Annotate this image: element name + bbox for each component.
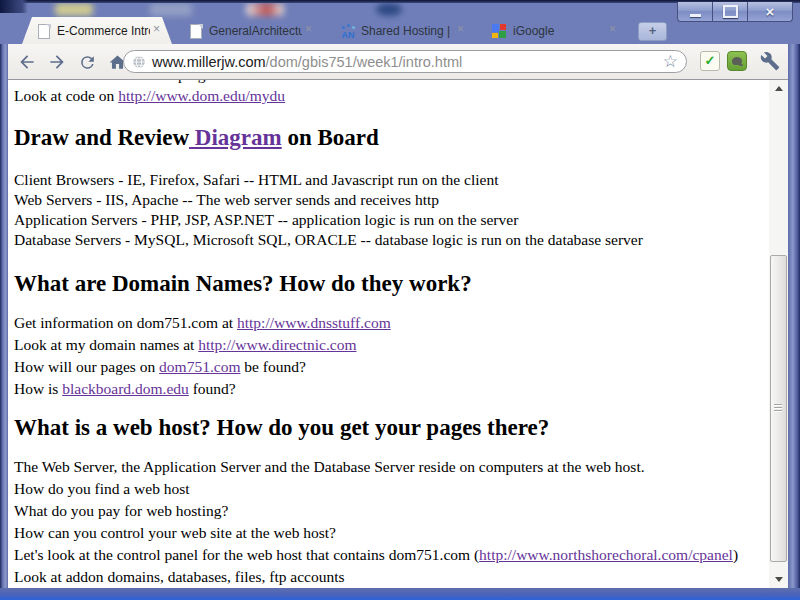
text-line: How do you find a web host [14, 478, 769, 500]
window-frame-left [0, 44, 8, 600]
reload-icon [78, 53, 97, 72]
text-line: Let's look at the control panel for the … [14, 544, 769, 566]
page-content: p g Look at code on http://www.dom.edu/m… [8, 80, 769, 588]
text-run: How can you control your web site at the… [14, 524, 336, 541]
text-run: How do you find a web host [14, 480, 190, 497]
text-run: Database Servers - MySQL, Microsoft SQL,… [14, 231, 643, 248]
text-run: The Web Server, the Application Server a… [14, 458, 645, 475]
tab-strip: E-Commerce Intro... × GeneralArchitectur… [8, 17, 788, 44]
tab-general-architecture[interactable]: GeneralArchitectur... × [174, 17, 324, 44]
paragraph: Get information on dom751.com at http://… [14, 312, 769, 400]
tab-ecommerce-intro[interactable]: E-Commerce Intro... × [22, 17, 172, 44]
glass-reflection [150, 3, 192, 16]
window-frame-right [788, 44, 800, 600]
url-host: www.millerjw.com [152, 54, 266, 70]
text-line: Database Servers - MySQL, Microsoft SQL,… [14, 230, 769, 250]
bookmark-star-icon[interactable]: ☆ [663, 53, 678, 70]
igoogle-icon [492, 24, 508, 38]
tab-close-icon[interactable]: × [606, 23, 619, 36]
globe-icon [132, 55, 146, 69]
content-link[interactable]: http://www.directnic.com [198, 336, 356, 353]
text-run: Get information on dom751.com at [14, 314, 237, 331]
tab-label: GeneralArchitectur... [209, 24, 302, 38]
tab-label: iGoogle [513, 24, 606, 38]
content-link[interactable]: dom751.com [159, 358, 240, 375]
section-heading: What is a web host? How do you get your … [14, 414, 769, 442]
text-line: Get information on dom751.com at http://… [14, 312, 769, 334]
section-heading: What are Domain Names? How do they work? [14, 270, 769, 298]
tab-close-icon[interactable]: × [454, 23, 467, 36]
text-run: Client Browsers - IE, Firefox, Safari --… [14, 171, 499, 188]
close-button[interactable]: × [748, 2, 793, 22]
text-run: found? [189, 380, 236, 397]
text-run: How will our pages on [14, 358, 159, 375]
text-line: How will our pages on dom751.com be foun… [14, 356, 769, 378]
glass-reflection [55, 3, 93, 16]
text-line: Look at code on http://www.dom.edu/mydu [14, 86, 769, 106]
minimize-button[interactable] [677, 2, 712, 22]
address-bar[interactable]: www.millerjw.com/dom/gbis751/week1/intro… [123, 50, 687, 73]
content-link[interactable]: http://www.dnsstuff.com [237, 314, 391, 331]
window-frame-bottom [0, 588, 800, 600]
glass-reflection [246, 3, 284, 16]
minimize-icon [690, 14, 701, 17]
content-link[interactable]: Diagram [189, 125, 282, 150]
page-icon [188, 23, 204, 39]
content-link[interactable]: blackboard.dom.edu [62, 380, 189, 397]
checkbox-extension-icon[interactable]: ✓ [700, 51, 720, 71]
text-line: Web Servers - IIS, Apache -- The web ser… [14, 190, 769, 210]
text-run: on Board [282, 125, 379, 150]
content-link[interactable]: http://www.dom.edu/mydu [118, 87, 285, 104]
text-line: How can you control your web site at the… [14, 522, 769, 544]
tab-label: E-Commerce Intro... [57, 24, 150, 38]
tab-igoogle[interactable]: iGoogle × [478, 17, 628, 44]
glass-reflection [376, 3, 402, 16]
text-line: Application Servers - PHP, JSP, ASP.NET … [14, 210, 769, 230]
url-path: /dom/gbis751/week1/intro.html [266, 54, 463, 70]
page-icon [36, 23, 52, 39]
section-heading: Draw and Review Diagram on Board [14, 124, 769, 152]
forward-button[interactable] [44, 49, 70, 75]
text-line: Look at addon domains, databases, files,… [14, 566, 769, 588]
text-run: What are Domain Names? How do they work? [14, 271, 472, 296]
browser-window: × E-Commerce Intro... × GeneralArchitect… [0, 0, 800, 600]
text-run: What is a web host? How do you get your … [14, 415, 549, 440]
window-controls: × [677, 2, 793, 22]
reload-button[interactable] [74, 49, 100, 75]
evernote-extension-icon[interactable] [727, 51, 747, 71]
arrow-up-icon [775, 86, 783, 91]
back-button[interactable] [14, 49, 40, 75]
scrollbar-thumb[interactable] [770, 255, 787, 562]
wrench-menu-button[interactable] [760, 51, 782, 73]
text-run: ) [733, 546, 738, 563]
paragraph: The Web Server, the Application Server a… [14, 456, 769, 588]
text-run: Let's look at the control panel for the … [14, 546, 479, 563]
text-run: be found? [240, 358, 305, 375]
window-corner [0, 0, 28, 13]
arrow-down-icon [775, 577, 783, 582]
tab-label: Shared Hosting | D... [361, 24, 454, 38]
maximize-icon [723, 5, 738, 18]
text-run: Look at addon domains, databases, files,… [14, 568, 345, 585]
text-run: Look at my domain names at [14, 336, 198, 353]
wrench-icon [760, 51, 780, 71]
tab-close-icon[interactable]: × [302, 23, 315, 36]
maximize-button[interactable] [712, 2, 748, 22]
new-tab-button[interactable]: + [638, 22, 667, 41]
text-line: How is blackboard.dom.edu found? [14, 378, 769, 400]
vertical-scrollbar[interactable] [769, 80, 788, 588]
tab-shared-hosting[interactable]: AN Shared Hosting | D... × [326, 17, 476, 44]
text-line: Look at my domain names at http://www.di… [14, 334, 769, 356]
text-run: How is [14, 380, 62, 397]
scroll-up-button[interactable] [769, 80, 788, 97]
scroll-down-button[interactable] [769, 571, 788, 588]
paragraph: Client Browsers - IE, Firefox, Safari --… [14, 170, 769, 250]
text-run: Draw and Review [14, 125, 189, 150]
tab-close-icon[interactable]: × [150, 23, 163, 36]
navigation-toolbar: www.millerjw.com/dom/gbis751/week1/intro… [8, 44, 788, 80]
paragraph: Look at code on http://www.dom.edu/mydu [14, 86, 769, 106]
text-line: The Web Server, the Application Server a… [14, 456, 769, 478]
text-run: Web Servers - IIS, Apache -- The web ser… [14, 191, 439, 208]
content-link[interactable]: http://www.northshorechoral.com/cpanel [479, 546, 733, 563]
text-run: What do you pay for web hosting? [14, 502, 228, 519]
